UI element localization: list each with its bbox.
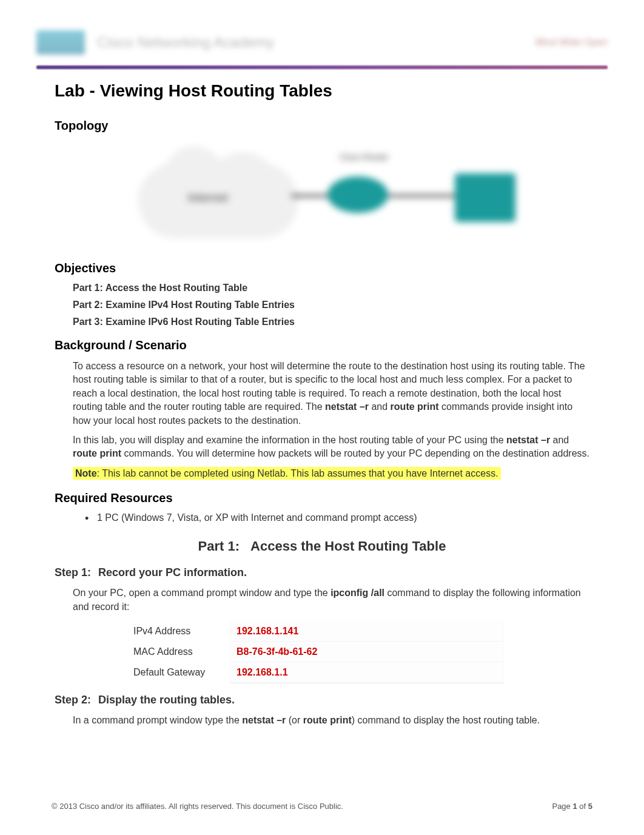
objectives-heading: Objectives: [55, 261, 608, 275]
background-paragraph-2: In this lab, you will display and examin…: [73, 434, 589, 461]
bg-p1-b: netstat –r: [325, 401, 369, 412]
mac-value: B8-76-3f-4b-61-62: [230, 642, 503, 662]
table-row: MAC Address B8-76-3f-4b-61-62: [127, 642, 503, 662]
bg-p2-a: In this lab, you will display and examin…: [73, 435, 506, 445]
note-label: Note: [75, 468, 97, 478]
table-row: Default Gateway 192.168.1.1: [127, 662, 503, 683]
page-footer: © 2013 Cisco and/or its affiliates. All …: [52, 802, 592, 811]
step-1-intro: On your PC, open a command prompt window…: [73, 586, 589, 614]
bg-p2-c: and: [550, 435, 569, 445]
bg-p2-e: commands. You will determine how packets…: [121, 448, 589, 458]
objective-item: Part 1: Access the Host Routing Table: [73, 283, 608, 293]
banner-tagline: Mind Wide Open: [535, 37, 608, 48]
topology-heading: Topology: [55, 119, 608, 133]
step2-intro-d: route print: [303, 715, 352, 725]
bg-p1-c: and: [369, 401, 391, 412]
ipv4-label: IPv4 Address: [127, 621, 230, 642]
mac-label: MAC Address: [127, 642, 230, 662]
part-1-number: Part 1:: [198, 538, 240, 554]
bg-p2-d: route print: [73, 448, 121, 458]
objective-item: Part 2: Examine IPv4 Host Routing Table …: [73, 300, 608, 310]
pc-icon: [455, 173, 515, 222]
part-1-title: Access the Host Routing Table: [250, 538, 446, 554]
step-2-heading: Step 2:Display the routing tables.: [55, 694, 608, 706]
background-note: Note: This lab cannot be completed using…: [73, 467, 589, 480]
page-current: 1: [572, 802, 577, 811]
resources-heading: Required Resources: [55, 491, 608, 505]
resource-item: 1 PC (Windows 7, Vista, or XP with Inter…: [85, 512, 608, 523]
step-1-number: Step 1:: [55, 566, 91, 578]
step-2-title: Display the routing tables.: [98, 694, 235, 706]
topology-diagram: Internet Cisco Router: [109, 140, 571, 249]
background-paragraph-1: To access a resource on a network, your …: [73, 360, 589, 428]
note-text: : This lab cannot be completed using Net…: [97, 468, 498, 478]
step2-intro-e: ) command to display the host routing ta…: [352, 715, 540, 725]
ipv4-value: 192.168.1.141: [230, 621, 503, 642]
background-heading: Background / Scenario: [55, 338, 608, 352]
page-number: Page 1 of 5: [552, 802, 592, 811]
resources-list: 1 PC (Windows 7, Vista, or XP with Inter…: [85, 512, 608, 523]
bg-p2-b: netstat –r: [506, 435, 550, 445]
document-title: Lab - Viewing Host Routing Tables: [55, 81, 608, 101]
page-label-b: of: [577, 802, 588, 811]
banner-divider: [36, 65, 608, 69]
header-banner: Cisco Networking Academy Mind Wide Open: [36, 24, 608, 61]
router-icon: [327, 176, 388, 213]
objectives-list: Part 1: Access the Host Routing Table Pa…: [73, 283, 608, 327]
part-1-heading: Part 1:Access the Host Routing Table: [36, 538, 608, 554]
router-label: Cisco Router: [340, 152, 389, 162]
objective-item: Part 3: Examine IPv6 Host Routing Table …: [73, 317, 608, 327]
gateway-value: 192.168.1.1: [230, 662, 503, 683]
pc-info-table: IPv4 Address 192.168.1.141 MAC Address B…: [127, 621, 503, 683]
step2-intro-b: netstat –r: [242, 715, 286, 725]
page-label-a: Page: [552, 802, 572, 811]
bg-p1-d: route print: [391, 401, 439, 412]
step1-intro-b: ipconfig /all: [330, 588, 384, 598]
internet-label: Internet: [188, 192, 228, 204]
step2-intro-a: In a command prompt window type the: [73, 715, 242, 725]
step2-intro-c: (or: [286, 715, 303, 725]
step-1-heading: Step 1:Record your PC information.: [55, 566, 608, 579]
step-1-title: Record your PC information.: [98, 566, 247, 578]
gateway-label: Default Gateway: [127, 662, 230, 683]
step1-intro-a: On your PC, open a command prompt window…: [73, 588, 330, 598]
step-2-intro: In a command prompt window type the nets…: [73, 714, 589, 727]
page-total: 5: [588, 802, 592, 811]
step-2-number: Step 2:: [55, 694, 91, 706]
table-row: IPv4 Address 192.168.1.141: [127, 621, 503, 642]
copyright-text: © 2013 Cisco and/or its affiliates. All …: [52, 802, 343, 811]
cisco-logo: [36, 30, 85, 55]
banner-brand-text: Cisco Networking Academy: [97, 34, 274, 51]
